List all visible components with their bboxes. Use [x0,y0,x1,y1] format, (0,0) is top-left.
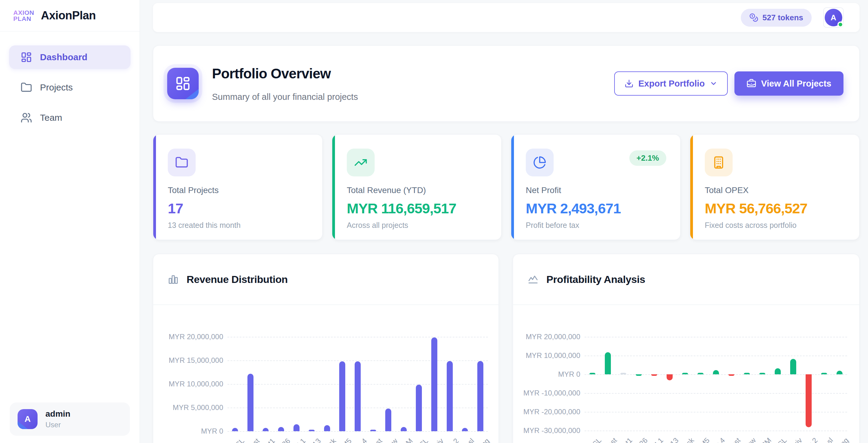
chart-bar[interactable] [666,374,673,380]
chart-title: Profitability Analysis [546,274,645,285]
x-axis-tick-label: SL1 [650,436,665,443]
chart-bar[interactable] [262,428,269,431]
logo-line-2: PLAN [13,16,34,22]
chevron-down-icon [710,79,717,88]
view-all-projects-button[interactable]: View All Projects [735,71,843,96]
avatar: A [18,409,37,429]
stat-value: MYR 2,493,671 [526,200,666,217]
chart-bar[interactable] [821,373,827,374]
chart-bar[interactable] [682,373,688,374]
stat-subtext: Fixed costs across portfolio [705,221,845,230]
x-axis-tick-label: SL [417,437,430,443]
x-axis-tick-label: g 4 [714,436,726,443]
profitability-analysis-card: Profitability Analysis MYR 20,000,000MYR… [513,254,860,443]
chart-bar[interactable] [589,373,595,374]
folder-icon [168,148,196,176]
x-axis-tick-label: DM5 [694,436,711,443]
topbar: 527 tokens A [153,3,860,32]
portfolio-overview-header: Portfolio Overview Summary of all your f… [153,45,860,122]
chart-bar[interactable] [370,430,376,431]
chart-bar[interactable] [278,427,284,431]
x-axis-tick-label: DM5 [337,437,353,443]
stat-card-total-projects[interactable]: Total Projects 17 13 created this month [153,134,322,240]
chart-bar[interactable] [790,359,796,374]
chart-bar[interactable] [385,409,391,431]
x-axis-tick-label: sl [825,436,835,443]
x-axis-tick-label: g 2 [806,436,819,443]
stat-card-total-opex[interactable]: Total OPEX MYR 56,766,527 Fixed costs ac… [690,134,860,240]
x-axis-tick-label: est1 [618,436,634,443]
y-axis-tick-label: MYR -20,000,000 [523,408,580,416]
chart-bar[interactable] [416,385,422,431]
y-axis-tick-label: MYR 5,000,000 [173,403,223,412]
plot-area: SLtestest1026SL1t 13nskDM5g 4testflowTSM… [227,337,488,431]
users-icon [21,112,32,124]
chart-bar[interactable] [462,428,468,431]
chart-bar[interactable] [477,361,484,431]
chart-header: Profitability Analysis [513,254,859,305]
chart-bar[interactable] [806,374,812,427]
page-subtitle: Summary of all your financial projects [212,92,358,102]
y-axis-tick-label: MYR 10,000,000 [169,380,223,388]
chart-bar[interactable] [232,428,238,431]
stat-subtext: Across all projects [347,221,487,230]
download-icon [624,79,633,88]
chart-header: Revenue Distribution [153,254,498,305]
chart-bar[interactable] [728,374,735,376]
chart-bar[interactable] [355,361,361,431]
avatar: A [825,9,842,26]
gridline [585,337,847,337]
chart-bar[interactable] [293,424,300,431]
chart-bar[interactable] [620,373,626,374]
tokens-count: 527 tokens [763,13,803,23]
app-name: AxionPlan [41,9,96,22]
chart-bar[interactable] [759,373,765,374]
x-axis-tick-label: t 13 [308,437,322,443]
sidebar-user-card[interactable]: A admin User [10,403,130,436]
chart-bar[interactable] [636,374,642,376]
gridline [227,337,488,337]
x-axis-tick-label: test [247,437,261,443]
stat-card-total-revenue[interactable]: Total Revenue (YTD) MYR 116,659,517 Acro… [332,134,501,240]
x-axis-tick-label: SL [776,436,789,443]
x-axis-tick-label: Priv [789,436,804,443]
portfolio-icon [167,68,199,99]
x-axis-tick-label: SL1 [292,437,307,443]
line-chart-icon [528,274,538,285]
logo-line-1: AXION [13,10,34,15]
export-portfolio-button[interactable]: Export Portfolio [614,71,728,96]
folder-icon [21,82,32,93]
stat-label: Net Profit [526,185,666,195]
chart-bar[interactable] [401,427,407,431]
chart-bar[interactable] [837,371,842,374]
chart-bar[interactable] [775,368,781,374]
sidebar-nav: Dashboard Projects Team [0,31,140,130]
app-logo-icon: AXION PLAN [13,10,34,22]
bar-chart-icon [168,274,179,285]
chart-bar[interactable] [713,370,719,374]
x-axis-tick-label: 026 [635,436,649,443]
chart-bar[interactable] [651,374,657,376]
chart-bar[interactable] [605,352,611,374]
export-portfolio-label: Export Portfolio [639,79,705,89]
chart-bar[interactable] [339,361,345,431]
y-axis-tick-label: MYR 15,000,000 [169,356,223,365]
tokens-badge[interactable]: 527 tokens [741,9,812,27]
logo-row: AXION PLAN AxionPlan [0,0,140,31]
x-axis-tick-label: t 13 [666,436,680,443]
sidebar-item-projects[interactable]: Projects [9,76,130,99]
x-axis-tick-label: est1 [261,437,277,443]
chart-bar[interactable] [698,373,704,374]
chart-bar[interactable] [744,373,750,374]
y-axis-tick-label: MYR 0 [558,370,580,379]
user-menu-button[interactable]: A [823,7,844,28]
y-axis: MYR 20,000,000MYR 15,000,000MYR 10,000,0… [153,337,223,431]
chart-bar[interactable] [431,337,437,431]
chart-bar[interactable] [247,374,253,431]
chart-bar[interactable] [447,361,453,431]
stat-card-net-profit[interactable]: +2.1% Net Profit MYR 2,493,671 Profit be… [511,134,681,240]
sidebar-item-team[interactable]: Team [9,106,130,130]
sidebar-item-dashboard[interactable]: Dashboard [9,45,130,69]
chart-bar[interactable] [309,430,315,431]
chart-bar[interactable] [324,425,330,431]
